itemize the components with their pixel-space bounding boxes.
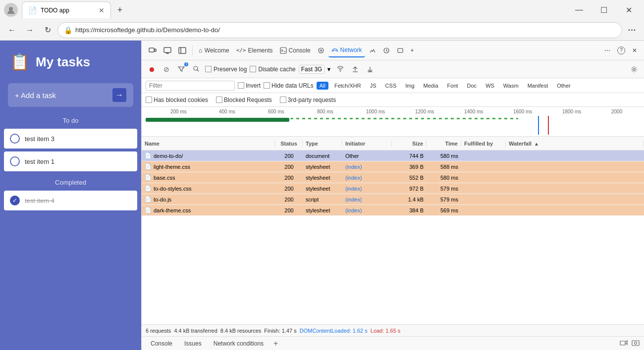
filter-css[interactable]: CSS: [382, 82, 400, 90]
blocked-requests-checkbox[interactable]: Blocked Requests: [216, 97, 272, 103]
download-arrow-icon[interactable]: [364, 63, 376, 75]
network-tab[interactable]: Network: [328, 44, 365, 57]
hide-data-urls-checkbox[interactable]: Hide data URLs: [264, 82, 314, 89]
throttle-select[interactable]: Fast 3G: [299, 65, 325, 74]
minimize-button[interactable]: —: [568, 2, 590, 18]
filter-other[interactable]: Other: [554, 82, 574, 90]
performance-tab[interactable]: [366, 44, 379, 57]
help-button[interactable]: ?: [614, 44, 628, 57]
active-tab[interactable]: 📄 TODO app ✕: [22, 1, 111, 18]
col-header-fulfilled[interactable]: Fulfilled by: [461, 141, 506, 147]
blocked-cookies-checkbox[interactable]: Has blocked cookies: [146, 97, 208, 103]
search-button[interactable]: [190, 63, 202, 75]
tab-close-button[interactable]: ✕: [99, 6, 105, 14]
address-bar[interactable]: 🔒 https://microsoftedge.github.io/Demos/…: [57, 22, 622, 38]
table-row[interactable]: 📄 base.css 200 stylesheet (index) 552 B …: [142, 172, 644, 183]
record-button[interactable]: ⏺: [146, 63, 158, 75]
task-item-completed[interactable]: ✓ test item 4: [4, 191, 137, 210]
table-row[interactable]: 📄 demo-to-do/ 200 document Other 744 B 5…: [142, 150, 644, 161]
forward-button[interactable]: →: [22, 22, 38, 38]
clear-button[interactable]: ⊘: [161, 63, 172, 75]
network-settings-icon[interactable]: [628, 63, 640, 75]
application-tab[interactable]: [380, 44, 393, 57]
throttle-dropdown-icon[interactable]: ▼: [326, 66, 331, 72]
elements-tab[interactable]: </> Elements: [233, 44, 276, 57]
col-header-status[interactable]: Status: [275, 141, 303, 147]
task-item[interactable]: test item 3: [4, 129, 137, 149]
sources-tab[interactable]: [315, 44, 327, 57]
blocked-cookies-box[interactable]: [146, 97, 152, 103]
add-panel-button[interactable]: +: [270, 339, 281, 348]
col-header-name[interactable]: Name: [142, 141, 275, 147]
filter-js[interactable]: JS: [367, 82, 379, 90]
profile-icon[interactable]: [4, 3, 18, 17]
col-header-waterfall[interactable]: Waterfall ▲: [506, 141, 644, 147]
invert-checkbox-box[interactable]: [238, 82, 244, 89]
tab-bar: 📄 TODO app ✕ +: [22, 1, 564, 18]
filter-doc[interactable]: Doc: [464, 82, 480, 90]
col-header-size[interactable]: Size: [392, 141, 427, 147]
preserve-log-checkbox[interactable]: Preserve log: [205, 66, 247, 73]
row-name-6: 📄 dark-theme.css: [142, 207, 275, 213]
third-party-box[interactable]: [280, 97, 286, 103]
filter-all[interactable]: All: [317, 82, 328, 90]
invert-checkbox[interactable]: Invert: [238, 82, 261, 89]
welcome-tab[interactable]: ⌂ Welcome: [196, 44, 232, 57]
online-icon[interactable]: [334, 63, 346, 75]
screenshot-icon[interactable]: [631, 339, 640, 348]
bottom-tab-issues[interactable]: Issues: [179, 339, 207, 349]
filter-ws[interactable]: WS: [483, 82, 497, 90]
filter-fetch-xhr[interactable]: Fetch/XHR: [331, 82, 364, 90]
filter-wasm[interactable]: Wasm: [500, 82, 522, 90]
filter-font[interactable]: Font: [444, 82, 461, 90]
task-checkbox-3[interactable]: ✓: [10, 196, 20, 205]
filter-input[interactable]: [146, 81, 235, 91]
col-header-initiator[interactable]: Initiator: [342, 141, 392, 147]
screencast-button[interactable]: [161, 44, 174, 57]
col-header-type[interactable]: Type: [303, 141, 342, 147]
upload-arrow-icon[interactable]: [349, 63, 361, 75]
more-options-button[interactable]: ···: [624, 22, 640, 38]
hide-data-urls-checkbox-box[interactable]: [264, 82, 270, 89]
devtools-close-button[interactable]: ✕: [629, 44, 640, 57]
undock-icon[interactable]: [619, 339, 628, 348]
load-time: Load: 1.65 s: [371, 328, 401, 334]
add-tab-button[interactable]: +: [408, 44, 417, 57]
row-initiator-3[interactable]: (index): [342, 175, 392, 181]
row-initiator-6[interactable]: (index): [342, 207, 392, 213]
row-initiator-4[interactable]: (index): [342, 186, 392, 192]
overflow-button[interactable]: ⋯: [601, 44, 613, 57]
close-button[interactable]: ✕: [617, 2, 640, 18]
preserve-log-checkbox-box[interactable]: [205, 66, 212, 72]
console-tab[interactable]: Console: [277, 44, 314, 57]
table-row[interactable]: 📄 to-do-styles.css 200 stylesheet (index…: [142, 183, 644, 194]
task-checkbox-2[interactable]: [10, 156, 20, 166]
filter-img[interactable]: Img: [402, 82, 417, 90]
row-initiator-5[interactable]: (index): [342, 197, 392, 202]
back-button[interactable]: ←: [4, 22, 20, 38]
task-item[interactable]: test item 1: [4, 151, 137, 171]
memory-tab[interactable]: [394, 44, 407, 57]
col-header-time[interactable]: Time: [427, 141, 461, 147]
plus-icon: +: [411, 47, 414, 54]
bottom-tab-console[interactable]: Console: [146, 339, 177, 349]
sidebar-button[interactable]: [175, 44, 189, 57]
add-task-button[interactable]: + Add a task →: [8, 83, 133, 107]
row-initiator-2[interactable]: (index): [342, 164, 392, 170]
bottom-tab-network-conditions[interactable]: Network conditions: [209, 339, 268, 349]
disable-cache-checkbox-box[interactable]: [250, 66, 256, 72]
table-row[interactable]: 📄 dark-theme.css 200 stylesheet (index) …: [142, 205, 644, 216]
filter-manifest[interactable]: Manifest: [525, 82, 551, 90]
disable-cache-checkbox[interactable]: Disable cache: [250, 66, 295, 73]
blocked-requests-box[interactable]: [216, 97, 222, 103]
device-toolbar-button[interactable]: [146, 44, 160, 57]
table-row[interactable]: 📄 to-do.js 200 script (index) 1.4 kB 579…: [142, 194, 644, 205]
third-party-checkbox[interactable]: 3rd-party requests: [280, 97, 336, 103]
task-checkbox-1[interactable]: [10, 134, 20, 144]
maximize-button[interactable]: ☐: [592, 2, 615, 18]
table-row[interactable]: 📄 light-theme.css 200 stylesheet (index)…: [142, 161, 644, 172]
refresh-button[interactable]: ↻: [40, 22, 55, 38]
filter-requests-button[interactable]: 3: [175, 63, 187, 75]
filter-media[interactable]: Media: [421, 82, 441, 90]
new-tab-button[interactable]: +: [113, 3, 127, 17]
